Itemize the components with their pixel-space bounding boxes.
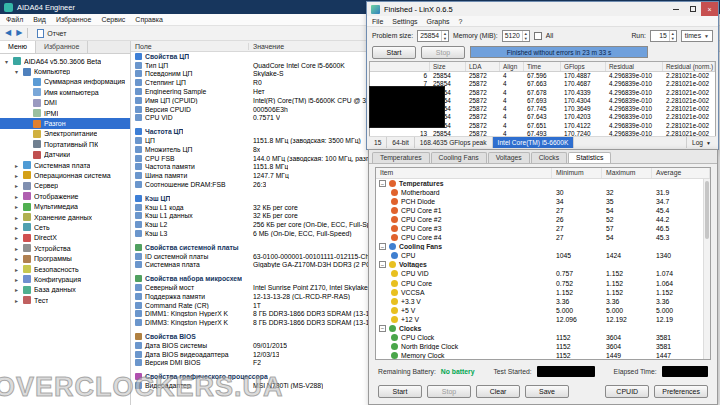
tree-item[interactable]: Разгон (0, 118, 130, 128)
linx-titlebar[interactable]: Finished - LinX 0.6.5 × (367, 2, 718, 16)
column-header: Maximum (602, 168, 652, 178)
spinner-arrows-icon[interactable]: ▲▼ (441, 31, 448, 41)
stat-row[interactable]: CPU Core0.7521.1521.064 (376, 279, 710, 288)
menu-item[interactable]: Graphs (427, 18, 450, 25)
stat-row[interactable]: −Clocks (376, 324, 710, 333)
report-button[interactable]: Отчет (33, 28, 70, 39)
tree-item[interactable]: ▸Системная плата (0, 160, 130, 170)
stat-row[interactable]: North Bridge Clock115236043581 (376, 342, 710, 351)
tree-item[interactable]: ▾Компьютер (0, 66, 130, 76)
maximize-button[interactable] (684, 2, 701, 16)
sidebar: МенюИзбранное ▾AIDA64 v5.50.3606 Beta▾Ко… (0, 41, 131, 405)
back-icon[interactable]: ◀ (5, 29, 11, 37)
start-button[interactable]: Start (372, 46, 416, 59)
tree-item[interactable]: ▸Безопасность (0, 264, 130, 274)
stat-row[interactable]: Motherboard303231.9 (376, 188, 710, 197)
tree-item[interactable]: Датчики (0, 150, 130, 160)
menu-item[interactable]: Вид (33, 16, 46, 23)
minimize-button[interactable] (667, 2, 684, 16)
sidebar-tab[interactable]: Избранное (36, 41, 88, 53)
stat-row[interactable]: +5 V5.0005.0005.000 (376, 306, 710, 315)
problem-size-stepper[interactable]: 25854 ▲▼ (417, 30, 449, 42)
tree-item[interactable]: ▸Операционная система (0, 170, 130, 180)
tree-item[interactable]: IPMI (0, 108, 130, 118)
tree-item[interactable]: ▸Программы (0, 253, 130, 263)
stat-item-cell: CPU Clock (376, 334, 552, 341)
stat-row[interactable]: −Voltages (376, 260, 710, 269)
tab-statistics[interactable]: Statistics (568, 152, 611, 163)
scrollbar-thumb[interactable] (705, 181, 709, 239)
menu-item[interactable]: File (372, 18, 383, 25)
stat-row[interactable]: CPU104514241340 (376, 251, 710, 260)
tree-item[interactable]: ▸Сеть (0, 222, 130, 232)
cpuid-button[interactable]: CPUID (605, 385, 649, 398)
tree-item[interactable]: ▸Конфигурация (0, 274, 130, 284)
memory-stepper[interactable]: 5120 ▲▼ (502, 30, 530, 42)
tree-item[interactable]: ▸DirectX (0, 233, 130, 243)
stat-row[interactable]: −Cooling Fans (376, 242, 710, 251)
log-button[interactable]: Log ▼ (686, 137, 716, 148)
run-count-stepper[interactable]: 15 ▲▼ (650, 30, 677, 42)
stat-row[interactable]: VCCSA1.1521.1521.152 (376, 288, 710, 297)
collapse-icon[interactable]: − (379, 261, 386, 268)
collapse-icon[interactable]: − (379, 243, 386, 250)
tree-item[interactable]: DMI (0, 98, 130, 108)
menu-item[interactable]: Settings (392, 18, 417, 25)
times-dropdown[interactable]: times ▼ (681, 30, 713, 42)
stat-row[interactable]: CPU VID0.7571.1521.074 (376, 269, 710, 278)
tree-item[interactable]: Портативный ПК (0, 139, 130, 149)
spinner-arrows-icon[interactable]: ▲▼ (522, 31, 529, 41)
menu-item[interactable]: Файл (6, 16, 23, 23)
sidebar-tab[interactable]: Меню (0, 41, 36, 53)
menu-item[interactable]: Сервис (101, 16, 125, 23)
stat-row[interactable]: Memory Clock115214491447 (376, 351, 710, 360)
stat-row[interactable]: CPU Core #4275445.3 (376, 233, 710, 242)
tree-item[interactable]: ▸Тест (0, 295, 130, 305)
tree-item[interactable]: ▸Сервер (0, 181, 130, 191)
tree-item-label: DMI (44, 99, 57, 106)
save-button[interactable]: Save (525, 385, 569, 398)
menu-item[interactable]: Справка (135, 16, 162, 23)
tree-item[interactable]: ▾AIDA64 v5.50.3606 Beta (0, 56, 130, 66)
expand-icon: ▸ (13, 172, 20, 179)
preferences-button[interactable]: Preferences (654, 385, 708, 398)
stat-value: 12.192 (602, 316, 652, 323)
stat-row[interactable]: CPU Core #1275445.4 (376, 206, 710, 215)
tree-item[interactable]: ▸Мультимедиа (0, 201, 130, 211)
stat-row[interactable]: CPU Core #3275746.5 (376, 224, 710, 233)
collapse-icon[interactable]: − (379, 325, 386, 332)
menu-item[interactable]: ? (459, 18, 463, 25)
field-label: DIMM1: Kingston HyperX K (145, 310, 228, 317)
clear-button[interactable]: Clear (476, 385, 520, 398)
scrollbar[interactable] (703, 179, 710, 359)
menu-item[interactable]: Избранное (56, 16, 91, 23)
collapse-icon[interactable]: − (379, 180, 386, 187)
stat-row[interactable]: CPU Core #2265244.2 (376, 215, 710, 224)
stat-value: 1152 (552, 352, 602, 359)
start-button[interactable]: Start (378, 385, 422, 398)
tree-item[interactable]: Имя компьютера (0, 87, 130, 97)
stat-row[interactable]: CPU Clock115236043581 (376, 333, 710, 342)
tab-cooling-fans[interactable]: Cooling Fans (431, 152, 487, 163)
stat-row[interactable]: +12 V12.09612.19212.19 (376, 315, 710, 324)
tree-item[interactable]: Электропитание (0, 129, 130, 139)
result-row[interactable]: 62585425872467.596170.48874.296839e-0102… (370, 72, 715, 80)
tree-item[interactable]: Суммарная информация (0, 77, 130, 87)
tab-voltages[interactable]: Voltages (488, 152, 530, 163)
tab-clocks[interactable]: Clocks (531, 152, 567, 163)
tree-item[interactable]: ▸Хранение данных (0, 212, 130, 222)
osd-panel[interactable] (369, 86, 445, 128)
close-button[interactable]: × (701, 2, 718, 16)
stop-button: Stop (427, 385, 471, 398)
stat-item-cell: CPU Core (376, 280, 552, 287)
forward-icon[interactable]: ▶ (16, 29, 22, 37)
tree-item[interactable]: ▸Отображение (0, 191, 130, 201)
tree-item[interactable]: ▸База данных (0, 285, 130, 295)
stat-row[interactable]: −Temperatures (376, 179, 710, 188)
spinner-arrows-icon[interactable]: ▲▼ (669, 31, 676, 41)
all-checkbox[interactable] (534, 32, 542, 40)
tree-item[interactable]: ▸Устройства (0, 243, 130, 253)
stat-row[interactable]: PCH Diode343534.7 (376, 197, 710, 206)
tab-temperatures[interactable]: Temperatures (372, 152, 430, 163)
stat-row[interactable]: +3.3 V3.363.363.36 (376, 297, 710, 306)
